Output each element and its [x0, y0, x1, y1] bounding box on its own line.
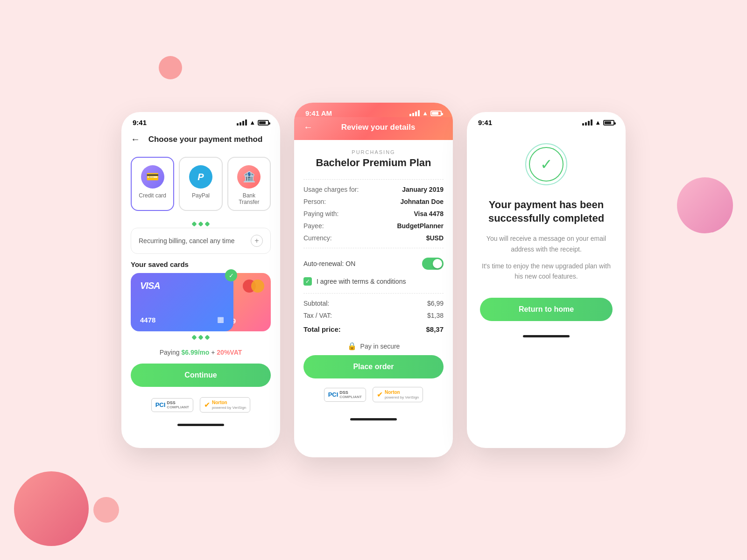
autorenew-toggle[interactable]: [422, 258, 444, 270]
pci-dss-text-2: DSSCOMPLIANT: [339, 390, 362, 399]
recurring-label: Recurring billing, cancel any time: [139, 237, 234, 245]
dot-5: [198, 335, 203, 340]
detail-label-0: Usage charges for:: [303, 186, 359, 193]
subtotal-row: Subtotal: $6,99: [303, 297, 444, 309]
dot-6: [204, 335, 210, 340]
detail-label-2: Paying with:: [303, 210, 338, 217]
back-button-1[interactable]: ←: [131, 134, 140, 145]
autorenew-label: Auto-renewal: ON: [303, 260, 355, 267]
status-time-1: 9:41: [133, 119, 147, 126]
autorenew-row: Auto-renewal: ON: [303, 252, 444, 273]
detail-value-4: $USD: [426, 234, 444, 242]
divider-1: [303, 179, 444, 180]
plan-title: Bachelor Premium Plan: [303, 157, 444, 175]
detail-row-4: Currency: $USD: [303, 232, 444, 244]
pci-dss-text-1: DSSCOMPLIANT: [167, 400, 189, 410]
success-body: ✓ Your payment has been successfully com…: [467, 129, 626, 330]
wifi-icon-3: ▲: [595, 119, 601, 126]
status-time-2: 9:41 AM: [305, 109, 332, 117]
status-icons-2: ▲: [409, 110, 442, 117]
signal-icon-2: [409, 110, 420, 116]
paying-amount: $6.99/mo: [181, 349, 209, 356]
divider-2: [303, 248, 444, 248]
agree-checkbox-row[interactable]: ✓ I agree with terms & conditions: [303, 273, 444, 289]
lock-icon: 🔒: [347, 342, 357, 350]
visa-card[interactable]: VISA ✓ 4478 ▦: [131, 273, 233, 331]
home-indicator-2: [350, 418, 397, 420]
mastercard-logo: [243, 280, 264, 293]
detail-row-1: Person: Johnatan Doe: [303, 196, 444, 208]
security-badges-2: PCI DSSCOMPLIANT ✔ Norton powered by Ver…: [303, 384, 444, 409]
detail-row-0: Usage charges for: January 2019: [303, 183, 444, 196]
total-value: $8,37: [426, 325, 444, 333]
pay-secure-label: Pay in secure: [360, 343, 400, 350]
pci-text-1: PCI: [155, 401, 166, 408]
decorative-blob-1: [159, 56, 182, 79]
security-badges-1: PCI DSSCOMPLIANT ✔ Norton powered by Ver…: [121, 394, 280, 419]
detail-value-3: BudgetPlanner: [397, 222, 444, 230]
subtotal-value: $6,99: [427, 300, 444, 307]
paying-prefix: Paying: [160, 349, 182, 356]
norton-check-icon-1: ✔: [204, 400, 210, 409]
bank-icon: 🏦: [237, 165, 261, 189]
agree-checkbox[interactable]: ✓: [303, 277, 312, 286]
success-checkmark-icon: ✓: [540, 155, 553, 173]
continue-button[interactable]: Continue: [131, 364, 271, 387]
toggle-thumb: [433, 259, 442, 268]
detail-value-1: Johnatan Doe: [400, 198, 444, 205]
dot-1: [191, 221, 197, 226]
decorative-blob-3: [677, 177, 733, 233]
status-bar-1: 9:41 ▲: [121, 112, 280, 129]
dots-row-2: [121, 334, 280, 341]
success-icon-container: ✓: [525, 143, 567, 185]
status-bar-3: 9:41 ▲: [467, 112, 626, 129]
detail-value-2: Visa 4478: [414, 210, 444, 217]
cards-row: VISA ✓ 4478 ▦ 1169: [121, 273, 280, 334]
norton-check-icon-2: ✔: [377, 390, 383, 399]
payment-methods-row: 💳 Credit card P PayPal 🏦 Bank Transfer: [121, 152, 280, 220]
detail-row-2: Paying with: Visa 4478: [303, 208, 444, 220]
signal-icon-3: [582, 119, 592, 126]
credit-card-label: Credit card: [139, 192, 166, 199]
saved-cards-label: Your saved cards: [121, 254, 280, 273]
payment-bank[interactable]: 🏦 Bank Transfer: [227, 157, 271, 211]
success-title: Your payment has been successfully compl…: [480, 198, 613, 225]
norton-badge-1: ✔ Norton powered by VeriSign: [200, 397, 250, 413]
phone-review-details: 9:41 AM ▲ ← Review your details PURCHASI…: [294, 103, 453, 457]
decorative-blob-4: [14, 471, 89, 546]
norton-text-1: Norton powered by VeriSign: [212, 399, 246, 410]
add-billing-button[interactable]: +: [251, 235, 263, 247]
paypal-label: PayPal: [192, 192, 210, 199]
phone-payment-method: 9:41 ▲ ← Choose your payment method: [121, 112, 280, 448]
tax-row: Tax / VAT: $1,38: [303, 309, 444, 322]
detail-value-0: January 2019: [402, 186, 444, 193]
detail-label-3: Payee:: [303, 222, 324, 230]
status-icons-3: ▲: [582, 119, 614, 126]
visa-number: 4478: [140, 316, 155, 324]
status-icons-1: ▲: [237, 119, 269, 126]
battery-icon-3: [603, 120, 614, 126]
paypal-icon: P: [189, 165, 212, 189]
status-bar-2: 9:41 AM ▲: [294, 103, 453, 117]
card-selected-check: ✓: [225, 269, 237, 281]
home-indicator-3: [523, 335, 570, 337]
detail-label-1: Person:: [303, 198, 326, 205]
battery-icon-2: [430, 111, 442, 116]
tax-label: Tax / VAT:: [303, 312, 332, 319]
phone-success: 9:41 ▲ ✓: [467, 112, 626, 448]
place-order-button[interactable]: Place order: [303, 355, 444, 378]
paying-vat: 20%VAT: [217, 349, 242, 356]
signal-icon-1: [237, 119, 247, 126]
phone1-header: ← Choose your payment method: [121, 129, 280, 152]
bank-label: Bank Transfer: [235, 192, 263, 205]
payment-credit-card[interactable]: 💳 Credit card: [131, 157, 174, 211]
back-button-2[interactable]: ←: [303, 122, 313, 133]
card-chip-icon: ▦: [217, 315, 224, 324]
divider-3: [303, 293, 444, 294]
wifi-icon-1: ▲: [249, 119, 255, 126]
norton-text-2: Norton powered by VeriSign: [385, 389, 419, 400]
payment-paypal[interactable]: P PayPal: [179, 157, 222, 211]
phone2-header: ← Review your details: [294, 117, 453, 140]
credit-card-icon: 💳: [141, 165, 164, 189]
return-home-button[interactable]: Return to home: [480, 298, 613, 321]
